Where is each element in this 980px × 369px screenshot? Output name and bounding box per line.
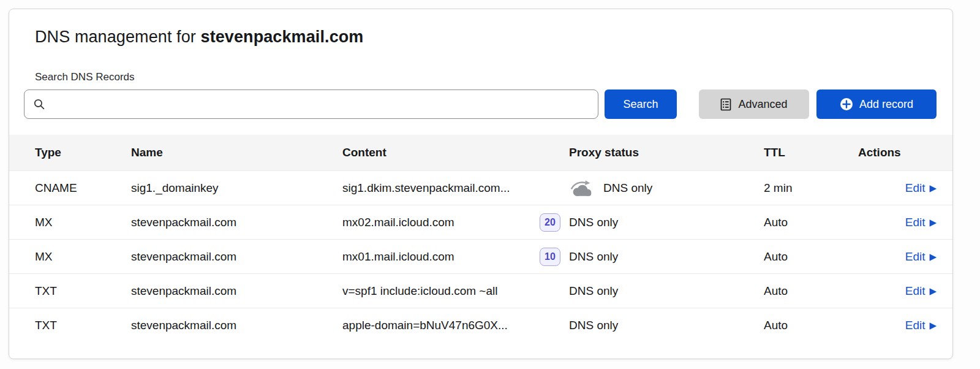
- table-row: CNAME sig1._domainkey sig1.dkim.stevenpa…: [9, 170, 952, 205]
- add-record-button-label: Add record: [859, 98, 913, 111]
- table-row: TXT stevenpackmail.com v=spf1 include:ic…: [9, 273, 952, 308]
- priority-badge: 20: [540, 213, 560, 232]
- advanced-button-label: Advanced: [738, 98, 787, 111]
- edit-button-label: Edit: [905, 181, 925, 195]
- record-content-cell: v=spf1 include:icloud.com ~all: [342, 284, 569, 298]
- table-row: MX stevenpackmail.com mx02.mail.icloud.c…: [9, 205, 952, 239]
- proxy-status-cell: DNS only: [569, 178, 764, 197]
- record-name: stevenpackmail.com: [131, 319, 342, 332]
- chevron-right-icon: ▶: [929, 218, 937, 227]
- add-record-button[interactable]: Add record: [816, 89, 937, 119]
- search-button[interactable]: Search: [605, 89, 677, 119]
- record-ttl: 2 min: [764, 181, 858, 195]
- edit-button-label: Edit: [905, 284, 925, 298]
- actions-cell: Edit ▶: [858, 181, 937, 195]
- actions-cell: Edit ▶: [858, 284, 937, 298]
- record-ttl: Auto: [764, 284, 858, 298]
- actions-cell: Edit ▶: [858, 250, 937, 264]
- record-content: apple-domain=bNuV47n6G0X...: [342, 319, 508, 332]
- record-content-cell: mx02.mail.icloud.com 20: [342, 213, 569, 232]
- search-button-label: Search: [623, 98, 658, 111]
- record-ttl: Auto: [764, 250, 858, 264]
- search-label: Search DNS Records: [35, 71, 927, 83]
- dns-management-card: DNS management for stevenpackmail.com Se…: [9, 9, 953, 359]
- proxy-status-cell: DNS only: [569, 250, 764, 264]
- table-header-row: Type Name Content Proxy status TTL Actio…: [9, 135, 952, 170]
- edit-button-label: Edit: [905, 250, 925, 264]
- dns-records-table: Type Name Content Proxy status TTL Actio…: [9, 135, 952, 342]
- edit-button-label: Edit: [905, 319, 925, 332]
- proxy-status-cell: DNS only: [569, 284, 764, 298]
- record-content-cell: mx01.mail.icloud.com 10: [342, 248, 569, 266]
- edit-button[interactable]: Edit ▶: [905, 319, 937, 332]
- record-type: MX: [35, 216, 131, 229]
- chevron-right-icon: ▶: [929, 183, 937, 192]
- record-ttl: Auto: [764, 319, 858, 332]
- search-icon: [33, 98, 45, 110]
- record-name: stevenpackmail.com: [131, 216, 342, 229]
- page-title-domain: stevenpackmail.com: [201, 28, 364, 46]
- proxy-status-text: DNS only: [569, 250, 618, 264]
- edit-button[interactable]: Edit ▶: [905, 284, 937, 298]
- dns-only-cloud-icon: [569, 178, 595, 197]
- actions-cell: Edit ▶: [858, 216, 937, 229]
- column-header-name: Name: [131, 146, 342, 159]
- search-toolbar: Search Advanced: [24, 89, 937, 119]
- edit-button[interactable]: Edit ▶: [905, 216, 937, 229]
- chevron-right-icon: ▶: [929, 252, 937, 261]
- record-name: sig1._domainkey: [131, 181, 342, 195]
- search-input[interactable]: [51, 98, 589, 110]
- table-row: TXT stevenpackmail.com apple-domain=bNuV…: [9, 308, 952, 342]
- chevron-right-icon: ▶: [929, 321, 937, 330]
- record-type: MX: [35, 250, 131, 264]
- record-name: stevenpackmail.com: [131, 284, 342, 298]
- edit-button[interactable]: Edit ▶: [905, 250, 937, 264]
- edit-button[interactable]: Edit ▶: [905, 181, 937, 195]
- record-content: v=spf1 include:icloud.com ~all: [342, 284, 497, 298]
- proxy-status-cell: DNS only: [569, 319, 764, 332]
- record-content: mx01.mail.icloud.com: [342, 250, 454, 264]
- proxy-status-cell: DNS only: [569, 216, 764, 229]
- search-input-wrapper[interactable]: [24, 89, 598, 119]
- column-header-proxy: Proxy status: [569, 146, 764, 159]
- record-name: stevenpackmail.com: [131, 250, 342, 264]
- record-content: sig1.dkim.stevenpackmail.com...: [342, 181, 510, 195]
- proxy-status-text: DNS only: [569, 216, 618, 229]
- column-header-ttl: TTL: [764, 146, 858, 159]
- record-type: TXT: [35, 284, 131, 298]
- column-header-type: Type: [35, 146, 131, 159]
- plus-circle-icon: [840, 97, 853, 111]
- proxy-status-text: DNS only: [569, 284, 618, 298]
- proxy-status-text: DNS only: [603, 181, 652, 195]
- proxy-status-text: DNS only: [569, 319, 618, 332]
- edit-button-label: Edit: [905, 216, 925, 229]
- record-ttl: Auto: [764, 216, 858, 229]
- column-header-actions: Actions: [858, 146, 937, 159]
- actions-cell: Edit ▶: [858, 319, 937, 332]
- advanced-button[interactable]: Advanced: [699, 89, 809, 119]
- column-header-content: Content: [342, 146, 569, 159]
- chevron-right-icon: ▶: [929, 286, 937, 295]
- list-document-icon: [720, 98, 732, 111]
- record-type: CNAME: [35, 181, 131, 195]
- record-content-cell: apple-domain=bNuV47n6G0X...: [342, 319, 569, 332]
- record-type: TXT: [35, 319, 131, 332]
- table-body: CNAME sig1._domainkey sig1.dkim.stevenpa…: [9, 170, 952, 342]
- record-content-cell: sig1.dkim.stevenpackmail.com...: [342, 181, 569, 195]
- page-title-prefix: DNS management for: [35, 28, 201, 46]
- page-title: DNS management for stevenpackmail.com: [9, 28, 952, 47]
- record-content: mx02.mail.icloud.com: [342, 216, 454, 229]
- table-row: MX stevenpackmail.com mx01.mail.icloud.c…: [9, 239, 952, 273]
- priority-badge: 10: [540, 248, 560, 266]
